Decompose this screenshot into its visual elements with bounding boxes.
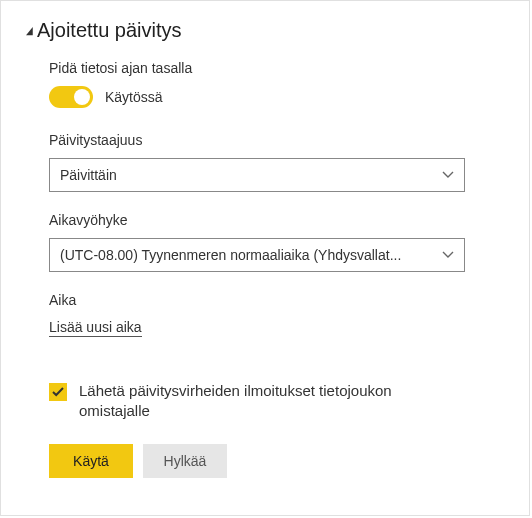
notify-row: Lähetä päivitysvirheiden ilmoitukset tie…: [49, 381, 505, 422]
timezone-select[interactable]: (UTC-08.00) Tyynenmeren normaaliaika (Yh…: [49, 238, 465, 272]
timezone-value: (UTC-08.00) Tyynenmeren normaaliaika (Yh…: [60, 247, 401, 263]
collapse-caret-icon: ◢: [26, 24, 32, 37]
timezone-group: Aikavyöhyke (UTC-08.00) Tyynenmeren norm…: [49, 212, 505, 272]
time-group: Aika Lisää uusi aika: [49, 292, 505, 361]
add-time-link[interactable]: Lisää uusi aika: [49, 319, 142, 337]
checkmark-icon: [52, 387, 64, 397]
timezone-label: Aikavyöhyke: [49, 212, 505, 228]
toggle-state-label: Käytössä: [105, 89, 163, 105]
scheduled-refresh-panel: ◢ Ajoitettu päivitys Pidä tietosi ajan t…: [0, 0, 530, 516]
button-row: Käytä Hylkää: [49, 444, 505, 478]
frequency-select[interactable]: Päivittäin: [49, 158, 465, 192]
chevron-down-icon: [442, 171, 454, 179]
discard-button[interactable]: Hylkää: [143, 444, 227, 478]
frequency-label: Päivitystaajuus: [49, 132, 505, 148]
notify-checkbox[interactable]: [49, 383, 67, 401]
keep-data-label: Pidä tietosi ajan tasalla: [49, 60, 505, 76]
frequency-group: Päivitystaajuus Päivittäin: [49, 132, 505, 192]
section-title: Ajoitettu päivitys: [37, 19, 182, 42]
notify-label: Lähetä päivitysvirheiden ilmoitukset tie…: [79, 381, 399, 422]
apply-button[interactable]: Käytä: [49, 444, 133, 478]
section-body: Pidä tietosi ajan tasalla Käytössä Päivi…: [25, 60, 505, 478]
toggle-knob-icon: [74, 89, 90, 105]
chevron-down-icon: [442, 251, 454, 259]
keep-data-toggle-row: Käytössä: [49, 86, 505, 108]
time-label: Aika: [49, 292, 505, 308]
keep-data-toggle[interactable]: [49, 86, 93, 108]
frequency-value: Päivittäin: [60, 167, 117, 183]
section-header[interactable]: ◢ Ajoitettu päivitys: [25, 19, 505, 42]
